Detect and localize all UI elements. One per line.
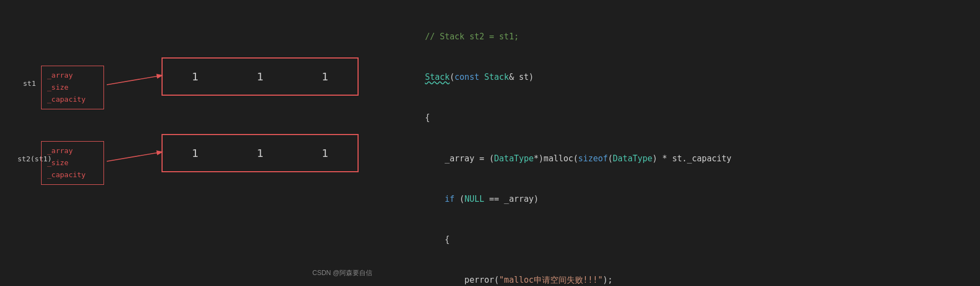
st1-field-array: _array bbox=[47, 69, 98, 81]
st1-val3: 1 bbox=[322, 70, 328, 83]
st1-field-size: _size bbox=[47, 81, 98, 94]
const-keyword: const bbox=[454, 72, 479, 82]
stack-type: Stack bbox=[425, 72, 449, 82]
st1-array-box: 1 1 1 bbox=[162, 57, 359, 96]
st1-struct-box: _array _size _capacity bbox=[41, 66, 104, 109]
code-line-1: // Stack st2 = st1; bbox=[405, 16, 958, 57]
svg-line-0 bbox=[107, 75, 162, 85]
svg-line-1 bbox=[107, 152, 162, 161]
code-line-5: if (NULL == _array) bbox=[405, 179, 958, 219]
st1-label: st1 bbox=[23, 79, 36, 87]
ref-param: & st) bbox=[509, 72, 534, 82]
st1-val2: 1 bbox=[257, 70, 263, 83]
comment-text: // Stack st2 = st1; bbox=[425, 32, 519, 42]
st2-field-size: _size bbox=[47, 157, 98, 169]
st2-array-box: 1 1 1 bbox=[162, 134, 359, 172]
code-line-6: { bbox=[405, 219, 958, 260]
st1-field-capacity: _capacity bbox=[47, 94, 98, 106]
code-line-3: { bbox=[405, 98, 958, 138]
st2-val2: 1 bbox=[257, 147, 263, 160]
code-line-4: _array = (DataType*)malloc(sizeof(DataTy… bbox=[405, 138, 958, 179]
code-line-2: Stack(const Stack& st) bbox=[405, 57, 958, 97]
watermark: CSDN @阿森要自信 bbox=[312, 269, 372, 278]
diagram-panel: st1 _array _size _capacity 1 1 1 st2(st1… bbox=[0, 0, 383, 286]
st2-field-capacity: _capacity bbox=[47, 169, 98, 181]
stack-type2: Stack bbox=[485, 72, 509, 82]
code-line-7: perror("malloc申请空间失败!!!"); bbox=[405, 260, 958, 287]
st2-val1: 1 bbox=[192, 147, 198, 160]
code-panel: // Stack st2 = st1; Stack(const Stack& s… bbox=[383, 0, 980, 286]
st1-val1: 1 bbox=[192, 70, 198, 83]
st2-struct-box: _array _size _capacity bbox=[41, 141, 104, 185]
st2-field-array: _array bbox=[47, 145, 98, 157]
open-paren: ( bbox=[449, 72, 454, 82]
st2-val3: 1 bbox=[322, 147, 328, 160]
